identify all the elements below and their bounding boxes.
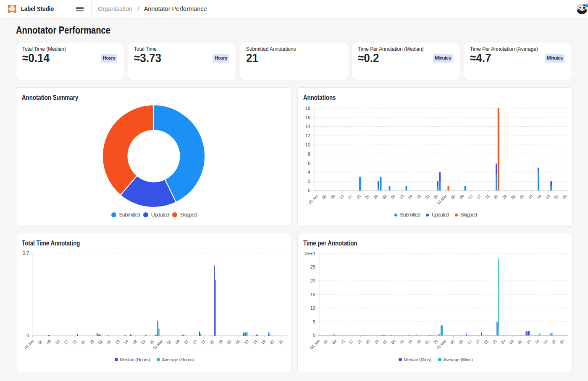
- svg-text:21: 21: [72, 339, 78, 345]
- svg-text:18: 18: [305, 106, 310, 111]
- svg-text:21: 21: [485, 194, 491, 200]
- svg-text:26: 26: [433, 339, 438, 345]
- svg-text:14: 14: [407, 194, 413, 200]
- svg-text:05: 05: [321, 194, 327, 200]
- svg-text:8: 8: [308, 151, 310, 157]
- svg-text:05: 05: [450, 194, 456, 200]
- svg-text:10: 10: [525, 339, 531, 345]
- svg-text:10: 10: [244, 339, 249, 345]
- svg-text:06: 06: [517, 339, 523, 345]
- svg-text:5: 5: [313, 319, 315, 324]
- svg-text:22: 22: [269, 339, 275, 345]
- svg-text:06: 06: [519, 194, 525, 200]
- svg-text:09: 09: [458, 339, 464, 345]
- svg-text:16: 16: [305, 115, 310, 120]
- svg-text:02: 02: [510, 194, 516, 200]
- svg-text:10: 10: [115, 339, 121, 345]
- svg-text:14: 14: [305, 124, 310, 129]
- svg-text:01 Jan: 01 Jan: [24, 339, 34, 350]
- svg-text:26: 26: [559, 339, 565, 345]
- svg-text:25: 25: [209, 339, 215, 345]
- svg-text:01 Mar: 01 Mar: [152, 339, 164, 350]
- svg-text:02: 02: [381, 194, 387, 200]
- svg-text:13: 13: [183, 339, 189, 345]
- svg-text:05: 05: [323, 339, 329, 345]
- svg-text:4: 4: [308, 170, 310, 175]
- svg-text:09: 09: [175, 339, 181, 345]
- svg-text:26: 26: [562, 194, 568, 200]
- svg-text:06: 06: [391, 339, 396, 345]
- svg-text:29: 29: [373, 194, 379, 200]
- svg-text:21: 21: [200, 339, 206, 345]
- svg-text:22: 22: [425, 194, 430, 200]
- svg-text:14: 14: [252, 339, 258, 345]
- svg-text:17: 17: [348, 339, 354, 345]
- svg-text:25: 25: [493, 194, 499, 200]
- svg-text:02: 02: [509, 339, 514, 345]
- svg-text:18: 18: [260, 339, 266, 345]
- svg-text:22: 22: [551, 339, 557, 345]
- svg-text:12: 12: [305, 133, 310, 138]
- svg-text:13: 13: [467, 339, 472, 345]
- svg-text:06: 06: [235, 339, 241, 345]
- svg-text:20: 20: [310, 278, 315, 283]
- svg-text:25: 25: [310, 264, 315, 269]
- svg-text:25: 25: [365, 339, 371, 345]
- svg-text:22: 22: [553, 194, 559, 200]
- svg-text:05: 05: [37, 339, 43, 345]
- svg-text:01 Mar: 01 Mar: [436, 339, 447, 350]
- svg-text:10: 10: [305, 142, 310, 147]
- svg-text:01 Jan: 01 Jan: [308, 194, 319, 205]
- svg-text:01 Jan: 01 Jan: [310, 339, 320, 350]
- svg-text:21: 21: [356, 194, 362, 200]
- svg-text:10: 10: [399, 194, 404, 200]
- svg-text:14: 14: [123, 339, 129, 345]
- svg-text:05: 05: [449, 339, 455, 345]
- svg-text:26: 26: [278, 339, 284, 345]
- svg-text:06: 06: [106, 339, 112, 345]
- svg-text:13: 13: [340, 339, 346, 345]
- svg-text:22: 22: [140, 339, 146, 345]
- svg-text:26: 26: [433, 194, 439, 200]
- svg-text:18: 18: [132, 339, 138, 345]
- svg-text:09: 09: [459, 194, 465, 200]
- svg-text:3e+1: 3e+1: [305, 251, 315, 256]
- svg-text:15: 15: [310, 292, 315, 297]
- svg-text:09: 09: [46, 339, 52, 345]
- svg-text:14: 14: [536, 194, 542, 200]
- svg-text:10: 10: [399, 339, 405, 345]
- svg-text:0: 0: [313, 333, 315, 338]
- svg-text:01 Mar: 01 Mar: [436, 194, 448, 205]
- svg-text:29: 29: [374, 339, 380, 345]
- svg-text:02: 02: [226, 339, 232, 345]
- svg-text:25: 25: [80, 339, 86, 345]
- svg-text:2: 2: [308, 179, 310, 184]
- svg-text:17: 17: [475, 339, 481, 345]
- svg-text:18: 18: [416, 339, 422, 345]
- svg-text:09: 09: [330, 194, 336, 200]
- svg-text:25: 25: [492, 339, 498, 345]
- svg-text:0: 0: [308, 188, 310, 193]
- svg-text:25: 25: [365, 194, 370, 200]
- svg-text:17: 17: [192, 339, 198, 345]
- svg-text:18: 18: [545, 194, 551, 200]
- svg-text:0: 0: [26, 333, 29, 338]
- svg-text:05: 05: [166, 339, 172, 345]
- svg-text:17: 17: [476, 194, 482, 200]
- svg-text:29: 29: [89, 339, 95, 345]
- svg-text:17: 17: [63, 339, 69, 345]
- svg-text:26: 26: [149, 339, 155, 345]
- svg-text:02: 02: [382, 339, 388, 345]
- svg-text:21: 21: [357, 339, 362, 345]
- svg-text:6: 6: [308, 161, 310, 166]
- svg-text:29: 29: [218, 339, 223, 345]
- svg-text:06: 06: [390, 194, 396, 200]
- svg-text:17: 17: [347, 194, 353, 200]
- svg-text:10: 10: [528, 194, 533, 200]
- svg-text:14: 14: [534, 339, 540, 345]
- svg-text:18: 18: [416, 194, 422, 200]
- svg-text:21: 21: [483, 339, 489, 345]
- svg-text:10: 10: [310, 305, 315, 311]
- svg-text:13: 13: [467, 194, 473, 200]
- svg-text:13: 13: [55, 339, 60, 345]
